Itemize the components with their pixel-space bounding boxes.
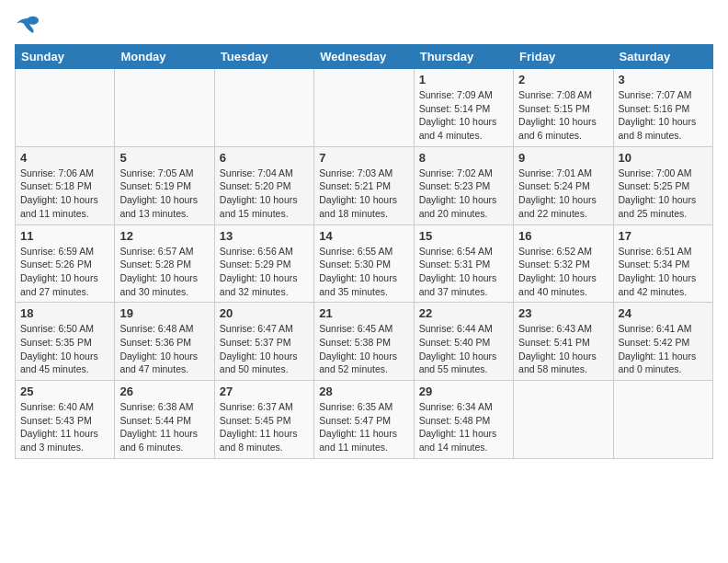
day-info: Sunrise: 7:09 AMSunset: 5:14 PMDaylight:…	[419, 88, 508, 143]
day-number: 7	[319, 151, 408, 165]
calendar-cell: 21Sunrise: 6:45 AMSunset: 5:38 PMDayligh…	[314, 303, 414, 381]
week-row-1: 1Sunrise: 7:09 AMSunset: 5:14 PMDaylight…	[16, 69, 713, 147]
calendar-cell: 7Sunrise: 7:03 AMSunset: 5:21 PMDaylight…	[314, 146, 414, 224]
day-number: 21	[319, 306, 408, 320]
day-number: 25	[20, 385, 109, 398]
day-number: 23	[518, 306, 608, 320]
calendar-cell: 10Sunrise: 7:00 AMSunset: 5:25 PMDayligh…	[613, 146, 712, 224]
calendar-cell: 18Sunrise: 6:50 AMSunset: 5:35 PMDayligh…	[16, 303, 115, 381]
day-info: Sunrise: 6:40 AMSunset: 5:43 PMDaylight:…	[20, 400, 109, 454]
day-info: Sunrise: 7:08 AMSunset: 5:15 PMDaylight:…	[518, 88, 608, 143]
day-info: Sunrise: 6:57 AMSunset: 5:28 PMDaylight:…	[119, 245, 209, 299]
calendar-cell	[115, 69, 214, 147]
calendar-header-tuesday: Tuesday	[214, 45, 313, 69]
calendar-cell: 16Sunrise: 6:52 AMSunset: 5:32 PMDayligh…	[514, 224, 613, 303]
day-info: Sunrise: 7:07 AMSunset: 5:16 PMDaylight:…	[619, 88, 708, 143]
calendar-cell: 15Sunrise: 6:54 AMSunset: 5:31 PMDayligh…	[414, 224, 513, 303]
day-number: 14	[319, 229, 408, 243]
calendar-cell: 25Sunrise: 6:40 AMSunset: 5:43 PMDayligh…	[16, 381, 115, 459]
calendar-header-friday: Friday	[514, 45, 613, 69]
day-info: Sunrise: 7:01 AMSunset: 5:24 PMDaylight:…	[518, 167, 608, 221]
day-info: Sunrise: 6:44 AMSunset: 5:40 PMDaylight:…	[419, 322, 508, 376]
calendar-table: SundayMondayTuesdayWednesdayThursdayFrid…	[15, 44, 713, 459]
calendar-cell: 26Sunrise: 6:38 AMSunset: 5:44 PMDayligh…	[115, 381, 214, 459]
day-info: Sunrise: 7:03 AMSunset: 5:21 PMDaylight:…	[319, 167, 408, 221]
calendar-cell	[613, 381, 712, 459]
calendar-cell: 14Sunrise: 6:55 AMSunset: 5:30 PMDayligh…	[314, 224, 414, 303]
day-number: 27	[220, 385, 309, 398]
calendar-cell: 23Sunrise: 6:43 AMSunset: 5:41 PMDayligh…	[514, 303, 613, 381]
calendar-cell: 11Sunrise: 6:59 AMSunset: 5:26 PMDayligh…	[16, 224, 115, 303]
day-number: 17	[619, 229, 708, 243]
calendar-cell: 2Sunrise: 7:08 AMSunset: 5:15 PMDaylight…	[514, 69, 613, 147]
day-info: Sunrise: 6:56 AMSunset: 5:29 PMDaylight:…	[220, 245, 309, 299]
day-info: Sunrise: 6:47 AMSunset: 5:37 PMDaylight:…	[220, 322, 309, 376]
calendar-cell: 9Sunrise: 7:01 AMSunset: 5:24 PMDaylight…	[514, 146, 613, 224]
calendar-header-thursday: Thursday	[414, 45, 513, 69]
week-row-5: 25Sunrise: 6:40 AMSunset: 5:43 PMDayligh…	[16, 381, 713, 459]
calendar-cell: 6Sunrise: 7:04 AMSunset: 5:20 PMDaylight…	[214, 146, 313, 224]
day-number: 22	[419, 306, 508, 320]
day-number: 3	[619, 73, 708, 86]
day-number: 28	[319, 385, 408, 398]
day-number: 26	[119, 385, 209, 398]
day-number: 6	[220, 151, 309, 165]
day-info: Sunrise: 6:50 AMSunset: 5:35 PMDaylight:…	[20, 322, 109, 376]
day-info: Sunrise: 6:52 AMSunset: 5:32 PMDaylight:…	[518, 245, 608, 299]
calendar-cell: 29Sunrise: 6:34 AMSunset: 5:48 PMDayligh…	[414, 381, 513, 459]
week-row-2: 4Sunrise: 7:06 AMSunset: 5:18 PMDaylight…	[16, 146, 713, 224]
day-number: 13	[220, 229, 309, 243]
day-info: Sunrise: 6:54 AMSunset: 5:31 PMDaylight:…	[419, 245, 508, 299]
calendar-cell	[214, 69, 313, 147]
day-number: 29	[419, 385, 508, 398]
calendar-header-row: SundayMondayTuesdayWednesdayThursdayFrid…	[16, 45, 713, 69]
day-number: 8	[419, 151, 508, 165]
day-info: Sunrise: 6:51 AMSunset: 5:34 PMDaylight:…	[619, 245, 708, 299]
day-info: Sunrise: 7:00 AMSunset: 5:25 PMDaylight:…	[619, 167, 708, 221]
day-number: 24	[619, 306, 708, 320]
week-row-3: 11Sunrise: 6:59 AMSunset: 5:26 PMDayligh…	[16, 224, 713, 303]
day-number: 2	[518, 73, 608, 86]
calendar-cell: 20Sunrise: 6:47 AMSunset: 5:37 PMDayligh…	[214, 303, 313, 381]
day-info: Sunrise: 6:38 AMSunset: 5:44 PMDaylight:…	[119, 400, 209, 454]
day-number: 1	[419, 73, 508, 86]
day-info: Sunrise: 6:43 AMSunset: 5:41 PMDaylight:…	[518, 322, 608, 376]
day-number: 10	[619, 151, 708, 165]
day-info: Sunrise: 6:59 AMSunset: 5:26 PMDaylight:…	[20, 245, 109, 299]
day-info: Sunrise: 7:06 AMSunset: 5:18 PMDaylight:…	[20, 167, 109, 221]
day-info: Sunrise: 6:48 AMSunset: 5:36 PMDaylight:…	[119, 322, 209, 376]
day-info: Sunrise: 6:34 AMSunset: 5:48 PMDaylight:…	[419, 400, 508, 454]
calendar-cell: 4Sunrise: 7:06 AMSunset: 5:18 PMDaylight…	[16, 146, 115, 224]
day-info: Sunrise: 6:41 AMSunset: 5:42 PMDaylight:…	[619, 322, 708, 376]
calendar-cell: 5Sunrise: 7:05 AMSunset: 5:19 PMDaylight…	[115, 146, 214, 224]
calendar-cell: 13Sunrise: 6:56 AMSunset: 5:29 PMDayligh…	[214, 224, 313, 303]
calendar-cell: 3Sunrise: 7:07 AMSunset: 5:16 PMDaylight…	[613, 69, 712, 147]
calendar-header-saturday: Saturday	[613, 45, 712, 69]
calendar-cell: 24Sunrise: 6:41 AMSunset: 5:42 PMDayligh…	[613, 303, 712, 381]
calendar-cell: 19Sunrise: 6:48 AMSunset: 5:36 PMDayligh…	[115, 303, 214, 381]
calendar-header-sunday: Sunday	[16, 45, 115, 69]
day-number: 18	[20, 306, 109, 320]
calendar-cell: 27Sunrise: 6:37 AMSunset: 5:45 PMDayligh…	[214, 381, 313, 459]
week-row-4: 18Sunrise: 6:50 AMSunset: 5:35 PMDayligh…	[16, 303, 713, 381]
day-info: Sunrise: 6:37 AMSunset: 5:45 PMDaylight:…	[220, 400, 309, 454]
page-header	[15, 15, 713, 35]
day-info: Sunrise: 7:02 AMSunset: 5:23 PMDaylight:…	[419, 167, 508, 221]
day-number: 15	[419, 229, 508, 243]
day-number: 20	[220, 306, 309, 320]
day-info: Sunrise: 6:55 AMSunset: 5:30 PMDaylight:…	[319, 245, 408, 299]
day-number: 5	[119, 151, 209, 165]
calendar-cell	[314, 69, 414, 147]
calendar-cell: 17Sunrise: 6:51 AMSunset: 5:34 PMDayligh…	[613, 224, 712, 303]
day-info: Sunrise: 7:04 AMSunset: 5:20 PMDaylight:…	[220, 167, 309, 221]
calendar-cell: 28Sunrise: 6:35 AMSunset: 5:47 PMDayligh…	[314, 381, 414, 459]
calendar-cell: 8Sunrise: 7:02 AMSunset: 5:23 PMDaylight…	[414, 146, 513, 224]
day-number: 11	[20, 229, 109, 243]
calendar-header-wednesday: Wednesday	[314, 45, 414, 69]
calendar-cell: 1Sunrise: 7:09 AMSunset: 5:14 PMDaylight…	[414, 69, 513, 147]
day-number: 4	[20, 151, 109, 165]
calendar-cell: 22Sunrise: 6:44 AMSunset: 5:40 PMDayligh…	[414, 303, 513, 381]
logo-icon	[15, 15, 40, 35]
day-number: 19	[119, 306, 209, 320]
day-info: Sunrise: 6:35 AMSunset: 5:47 PMDaylight:…	[319, 400, 408, 454]
